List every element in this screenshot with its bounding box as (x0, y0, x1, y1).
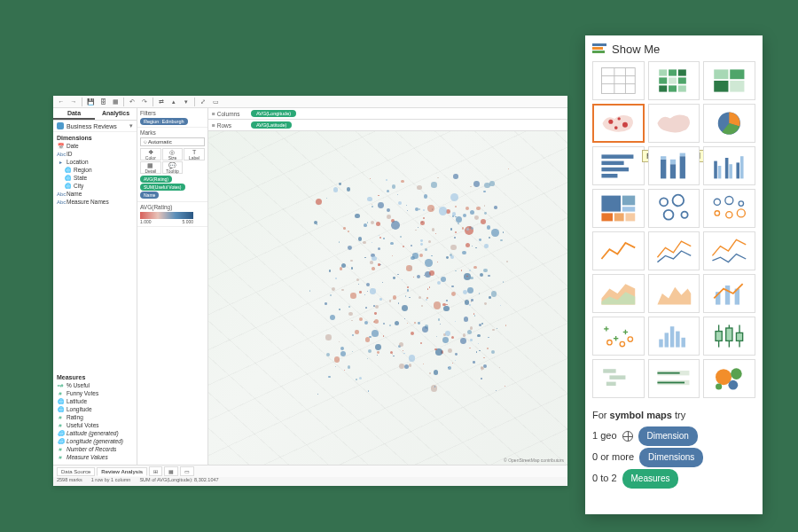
field-funny-votes[interactable]: #Funny Votes (55, 389, 135, 397)
fit-icon[interactable]: ⤢ (199, 98, 207, 106)
status-rowcol: 1 row by 1 column (91, 477, 131, 486)
status-bar: 2598 marks 1 row by 1 column SUM of AVG(… (53, 477, 567, 486)
columns-pill[interactable]: AVG(Longitude) (251, 110, 296, 117)
field-useful-votes[interactable]: #Useful Votes (55, 421, 135, 429)
svg-rect-23 (601, 154, 633, 159)
field-lat-gen[interactable]: 🌐Latitude (generated) (55, 429, 135, 437)
svg-point-64 (607, 340, 612, 345)
viz-text-table[interactable] (592, 61, 645, 100)
viz-side-by-side-bar[interactable] (703, 146, 755, 185)
filter-pill-region[interactable]: Region: Edinburgh (140, 118, 188, 125)
mark-pill-rating[interactable]: AVG(Rating) (140, 176, 172, 183)
viz-gantt[interactable] (592, 359, 645, 398)
mark-pill-useful[interactable]: SUM(Useful Votes) (140, 184, 185, 191)
number-icon: # (57, 415, 64, 420)
back-icon[interactable]: ← (57, 98, 66, 106)
hint-meas-count: 0 to 2 (592, 470, 617, 488)
field-measure-values[interactable]: #Measure Values (55, 453, 135, 461)
columns-shelf[interactable]: ≡Columns AVG(Longitude) (208, 108, 567, 120)
field-date[interactable]: 📅Date (55, 142, 135, 150)
viz-bullet[interactable] (648, 359, 700, 398)
save-icon[interactable]: 💾 (86, 98, 95, 106)
viz-treemap[interactable] (592, 189, 645, 228)
hint-pill-dimension: Dimension (638, 426, 698, 446)
viz-pie-chart[interactable] (703, 104, 755, 143)
field-state[interactable]: 🌐State (55, 174, 135, 182)
viz-circle-view[interactable] (648, 189, 700, 228)
tab-datasource[interactable]: Data Source (57, 467, 95, 476)
marks-size[interactable]: ◎Size (162, 148, 184, 160)
tab-analytics[interactable]: Analytics (95, 108, 137, 120)
svg-rect-34 (718, 166, 722, 178)
measures-header: Measures (53, 372, 137, 381)
marks-card: Marks ○ Automatic ❖Color ◎Size TLabel ▦D… (137, 128, 207, 202)
tab-data[interactable]: Data (53, 108, 95, 120)
marks-tooltip[interactable]: 💬Tooltip (162, 161, 184, 174)
field-longitude[interactable]: 🌐Longitude (55, 405, 135, 413)
field-num-records[interactable]: #Number of Records (55, 445, 135, 453)
viz-line-continuous[interactable] (592, 231, 645, 270)
forward-icon[interactable]: → (69, 98, 78, 106)
viz-hbar[interactable]: Recommended (592, 146, 645, 185)
mark-pill-name[interactable]: Name (140, 192, 159, 199)
viz-area-continuous[interactable] (592, 274, 645, 313)
svg-rect-70 (676, 332, 680, 348)
viz-histogram[interactable] (648, 317, 700, 356)
datasource-selector[interactable]: Business Reviews ▾ (53, 121, 137, 132)
viz-dual-combination[interactable] (703, 274, 755, 313)
viz-line-discrete[interactable] (648, 231, 700, 270)
viz-highlight-table[interactable] (703, 61, 755, 100)
field-pct-useful[interactable]: =#% Useful (55, 381, 135, 389)
field-region[interactable]: 🌐Region (55, 166, 135, 174)
viz-stacked-bar[interactable] (648, 146, 700, 185)
undo-icon[interactable]: ↶ (128, 98, 137, 106)
viz-symbol-map[interactable] (592, 104, 645, 143)
map-view[interactable]: © OpenStreetMap contributors (208, 131, 567, 465)
rows-shelf[interactable]: ≡Rows AVG(Latitude) (208, 120, 567, 131)
svg-point-50 (715, 211, 719, 215)
filters-card: Filters Region: Edinburgh (137, 108, 207, 128)
new-worksheet-button[interactable]: ⊞ (149, 466, 162, 476)
svg-point-87 (729, 380, 739, 390)
sort-asc-icon[interactable]: ▴ (169, 98, 178, 106)
svg-rect-6 (669, 69, 677, 75)
viz-area-discrete[interactable] (648, 274, 700, 313)
viz-scatter[interactable] (592, 317, 645, 356)
marks-grid: ❖Color ◎Size TLabel ▦Detail 💬Tooltip (140, 148, 205, 174)
marks-color[interactable]: ❖Color (140, 148, 161, 160)
svg-rect-75 (726, 328, 732, 340)
field-lon-gen[interactable]: 🌐Longitude (generated) (55, 437, 135, 445)
marks-type-dropdown[interactable]: ○ Automatic (140, 137, 205, 146)
viz-dual-line[interactable] (703, 231, 755, 270)
sort-desc-icon[interactable]: ▾ (182, 98, 191, 106)
new-sheet-icon[interactable]: ▦ (111, 98, 120, 106)
svg-point-46 (672, 195, 684, 207)
field-measure-names[interactable]: AbcMeasure Names (55, 198, 135, 206)
field-latitude[interactable]: 🌐Latitude (55, 397, 135, 405)
svg-point-18 (608, 120, 613, 124)
map-attribution: © OpenStreetMap contributors (504, 458, 564, 463)
new-dashboard-button[interactable]: ▦ (164, 466, 178, 476)
tab-sheet[interactable]: Review Analysis (97, 467, 147, 476)
field-city[interactable]: 🌐City (55, 182, 135, 190)
new-story-button[interactable]: ▭ (180, 466, 194, 476)
field-rating[interactable]: #Rating (55, 413, 135, 421)
marks-label[interactable]: TLabel (184, 148, 205, 160)
viz-filled-map[interactable] (648, 104, 700, 143)
new-datasource-icon[interactable]: 🗄 (98, 98, 107, 106)
field-name[interactable]: AbcName (55, 190, 135, 198)
viz-box-plot[interactable] (703, 317, 755, 356)
viz-packed-bubbles[interactable] (703, 359, 755, 398)
swap-icon[interactable]: ⇄ (157, 98, 166, 106)
field-id[interactable]: AbcID (55, 150, 135, 158)
svg-rect-44 (625, 213, 635, 221)
redo-icon[interactable]: ↷ (140, 98, 149, 106)
svg-rect-11 (659, 85, 667, 91)
rows-pill[interactable]: AVG(Latitude) (251, 121, 292, 129)
viz-heatmap[interactable] (648, 61, 700, 100)
field-location[interactable]: ▸Location (55, 158, 135, 166)
marks-detail[interactable]: ▦Detail (140, 161, 161, 174)
svg-rect-17 (731, 81, 745, 92)
presentation-icon[interactable]: ▭ (211, 98, 220, 106)
viz-side-by-side-circle[interactable] (703, 189, 755, 228)
